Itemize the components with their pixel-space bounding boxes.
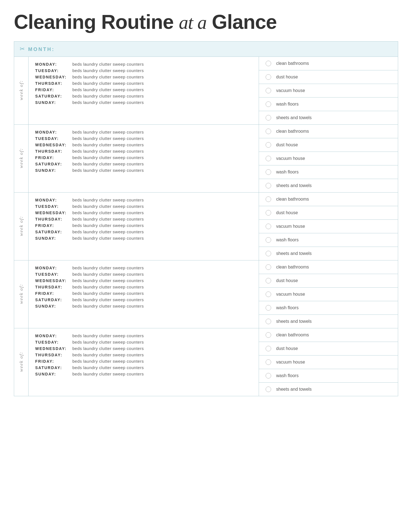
- task-text-w4-t5: sheets and towels: [276, 319, 312, 324]
- day-tasks-w3-d6: beds laundry clutter sweep counters: [72, 229, 144, 234]
- title-italic: at a: [179, 12, 207, 33]
- weekly-task-item-w4-t2[interactable]: dust house: [259, 274, 398, 288]
- weekly-task-item-w1-t1[interactable]: clean bathrooms: [259, 57, 398, 70]
- day-name-w4-d1: MONDAY:: [35, 266, 71, 270]
- weekly-task-item-w3-t3[interactable]: vacuum house: [259, 220, 398, 233]
- task-text-w3-t2: dust house: [276, 210, 298, 215]
- weekly-task-item-w3-t4[interactable]: wash floors: [259, 233, 398, 247]
- checkbox-w3-t5[interactable]: [266, 251, 271, 256]
- checkbox-w3-t2[interactable]: [266, 210, 271, 216]
- day-tasks-w1-d4: beds laundry clutter sweep counters: [72, 81, 144, 86]
- day-name-w4-d3: WEDNESDAY:: [35, 278, 71, 283]
- weekly-task-item-w5-t5[interactable]: sheets and towels: [259, 383, 398, 396]
- task-text-w4-t4: wash floors: [276, 305, 299, 310]
- checkbox-w2-t4[interactable]: [266, 169, 271, 175]
- daily-tasks-cell-2: MONDAY:beds laundry clutter sweep counte…: [29, 125, 259, 193]
- weekly-task-item-w3-t2[interactable]: dust house: [259, 206, 398, 220]
- weekly-task-item-w2-t2[interactable]: dust house: [259, 138, 398, 152]
- checkbox-w5-t4[interactable]: [266, 373, 271, 378]
- cleaning-table: ✂ MONTH: week of:MONDAY:beds laundry clu…: [14, 41, 398, 396]
- weekly-task-item-w3-t1[interactable]: clean bathrooms: [259, 193, 398, 206]
- day-name-w5-d4: THURSDAY:: [35, 353, 71, 357]
- weekly-task-item-w1-t4[interactable]: wash floors: [259, 98, 398, 111]
- day-row-w2-d6: SATURDAY:beds laundry clutter sweep coun…: [35, 162, 252, 166]
- day-tasks-w1-d6: beds laundry clutter sweep counters: [72, 94, 144, 98]
- day-tasks-w4-d1: beds laundry clutter sweep counters: [72, 265, 144, 270]
- weekly-task-item-w1-t2[interactable]: dust house: [259, 70, 398, 84]
- week-label-text-5: week of:: [19, 352, 24, 372]
- checkbox-w2-t2[interactable]: [266, 142, 271, 148]
- checkbox-w2-t5[interactable]: [266, 183, 271, 188]
- task-text-w5-t3: vacuum house: [276, 360, 305, 365]
- day-row-w3-d3: WEDNESDAY:beds laundry clutter sweep cou…: [35, 210, 252, 215]
- day-row-w5-d2: TUESDAY:beds laundry clutter sweep count…: [35, 340, 252, 344]
- task-text-w1-t3: vacuum house: [276, 88, 305, 93]
- checkbox-w1-t4[interactable]: [266, 101, 271, 107]
- checkbox-w3-t3[interactable]: [266, 224, 271, 229]
- day-name-w4-d2: TUESDAY:: [35, 272, 71, 277]
- checkbox-w3-t4[interactable]: [266, 237, 271, 243]
- day-tasks-w1-d1: beds laundry clutter sweep counters: [72, 62, 144, 66]
- weekly-task-item-w4-t3[interactable]: vacuum house: [259, 288, 398, 301]
- week-label-5: week of:: [14, 328, 29, 396]
- task-text-w2-t3: vacuum house: [276, 156, 305, 161]
- weekly-task-item-w2-t4[interactable]: wash floors: [259, 165, 398, 179]
- checkbox-w4-t5[interactable]: [266, 319, 271, 324]
- day-tasks-w4-d5: beds laundry clutter sweep counters: [72, 291, 144, 296]
- day-row-w5-d1: MONDAY:beds laundry clutter sweep counte…: [35, 333, 252, 338]
- checkbox-w1-t1[interactable]: [266, 61, 271, 66]
- day-tasks-w1-d3: beds laundry clutter sweep counters: [72, 75, 144, 79]
- checkbox-w4-t2[interactable]: [266, 278, 271, 283]
- day-tasks-w2-d1: beds laundry clutter sweep counters: [72, 130, 144, 134]
- task-text-w2-t2: dust house: [276, 142, 298, 147]
- weekly-task-item-w3-t5[interactable]: sheets and towels: [259, 247, 398, 260]
- day-row-w1-d7: SUNDAY:beds laundry clutter sweep counte…: [35, 100, 252, 105]
- daily-tasks-cell-1: MONDAY:beds laundry clutter sweep counte…: [29, 57, 259, 125]
- day-name-w2-d5: FRIDAY:: [35, 155, 71, 160]
- day-row-w1-d2: TUESDAY:beds laundry clutter sweep count…: [35, 68, 252, 73]
- checkbox-w4-t3[interactable]: [266, 291, 271, 297]
- day-row-w4-d6: SATURDAY:beds laundry clutter sweep coun…: [35, 297, 252, 302]
- checkbox-w5-t2[interactable]: [266, 346, 271, 351]
- checkbox-w1-t2[interactable]: [266, 74, 271, 80]
- checkbox-w5-t3[interactable]: [266, 359, 271, 365]
- checkbox-w1-t5[interactable]: [266, 115, 271, 121]
- checkbox-w1-t3[interactable]: [266, 88, 271, 93]
- task-text-w2-t4: wash floors: [276, 170, 299, 175]
- day-name-w5-d2: TUESDAY:: [35, 340, 71, 344]
- week-row-3: week of:MONDAY:beds laundry clutter swee…: [14, 193, 398, 260]
- weekly-task-item-w4-t1[interactable]: clean bathrooms: [259, 260, 398, 274]
- week-label-1: week of:: [14, 57, 29, 125]
- day-name-w3-d6: SATURDAY:: [35, 230, 71, 234]
- weekly-task-item-w5-t3[interactable]: vacuum house: [259, 355, 398, 369]
- day-row-w4-d4: THURSDAY:beds laundry clutter sweep coun…: [35, 285, 252, 289]
- day-row-w1-d6: SATURDAY:beds laundry clutter sweep coun…: [35, 94, 252, 98]
- task-text-w4-t1: clean bathrooms: [276, 265, 309, 270]
- checkbox-w4-t4[interactable]: [266, 305, 271, 311]
- day-name-w1-d1: MONDAY:: [35, 62, 71, 66]
- checkbox-w5-t1[interactable]: [266, 332, 271, 338]
- weekly-task-item-w1-t3[interactable]: vacuum house: [259, 84, 398, 98]
- week-label-text-2: week of:: [19, 148, 24, 168]
- weekly-task-item-w2-t5[interactable]: sheets and towels: [259, 179, 398, 192]
- checkbox-w2-t3[interactable]: [266, 156, 271, 161]
- day-row-w2-d5: FRIDAY:beds laundry clutter sweep counte…: [35, 155, 252, 160]
- weekly-task-item-w4-t5[interactable]: sheets and towels: [259, 315, 398, 328]
- checkbox-w4-t1[interactable]: [266, 264, 271, 270]
- weekly-task-item-w1-t5[interactable]: sheets and towels: [259, 111, 398, 124]
- checkbox-w2-t1[interactable]: [266, 129, 271, 134]
- weekly-task-item-w2-t3[interactable]: vacuum house: [259, 152, 398, 165]
- day-name-w1-d7: SUNDAY:: [35, 100, 71, 105]
- day-row-w1-d5: FRIDAY:beds laundry clutter sweep counte…: [35, 87, 252, 92]
- day-name-w2-d2: TUESDAY:: [35, 136, 71, 141]
- weekly-task-item-w5-t1[interactable]: clean bathrooms: [259, 328, 398, 342]
- checkbox-w5-t5[interactable]: [266, 387, 271, 392]
- weekly-task-item-w5-t2[interactable]: dust house: [259, 342, 398, 355]
- weekly-task-item-w4-t4[interactable]: wash floors: [259, 301, 398, 315]
- day-name-w3-d7: SUNDAY:: [35, 236, 71, 241]
- week-row-1: week of:MONDAY:beds laundry clutter swee…: [14, 57, 398, 125]
- weekly-task-item-w2-t1[interactable]: clean bathrooms: [259, 125, 398, 138]
- weekly-task-item-w5-t4[interactable]: wash floors: [259, 369, 398, 383]
- checkbox-w3-t1[interactable]: [266, 196, 271, 202]
- week-label-text-3: week of:: [19, 216, 24, 236]
